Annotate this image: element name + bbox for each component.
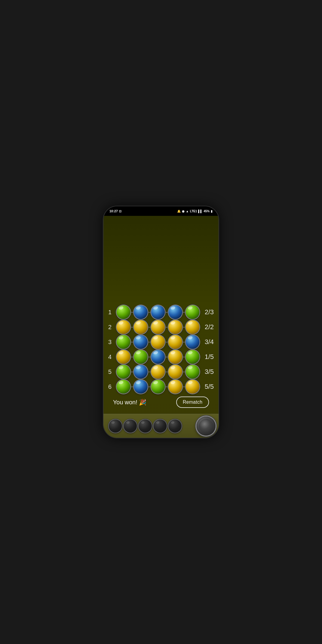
orb-highlight [188,351,193,355]
orb-highlight [170,321,176,325]
orb-highlight [136,306,141,310]
game-row-4: 41/5 [108,350,214,364]
orb-0-1[interactable] [134,305,148,319]
orb-2-0[interactable] [117,335,130,349]
orb-4-4[interactable] [186,365,199,379]
orb-3-1[interactable] [134,350,148,364]
orb-5-2[interactable] [151,380,165,394]
connector-2-2 [148,342,151,343]
orb-highlight [153,321,158,325]
orb-3-3[interactable] [168,350,182,364]
status-bar: 10:27 ⊡ 🔔 ◉ ▲ LTE1 ▌▌ 45% ▮ [103,206,219,216]
status-right: 🔔 ◉ ▲ LTE1 ▌▌ 45% ▮ [177,210,213,213]
orb-ball-blue [134,365,148,379]
orb-ball-yellow [151,335,165,349]
row-score-6: 5/5 [199,383,214,391]
orb-ball-blue [134,380,148,394]
orb-2-4[interactable] [186,335,199,349]
battery-percent: 45% [204,210,210,213]
orb-ball-yellow [168,335,182,349]
game-row-3: 33/4 [108,335,214,349]
orb-0-4[interactable] [186,305,199,319]
row-score-4: 1/5 [199,353,214,361]
tray-orb-4[interactable] [168,419,182,433]
row-number-4: 4 [108,354,117,360]
orb-3-0[interactable] [117,350,130,364]
input-tray [103,414,219,438]
orb-3-4[interactable] [186,350,199,364]
orb-1-1[interactable] [134,320,148,334]
tray-dial[interactable] [196,417,216,436]
orb-1-2[interactable] [151,320,165,334]
orbs-line-2 [117,320,199,334]
orb-3-2[interactable] [151,350,165,364]
orb-highlight [153,351,158,355]
orb-highlight [136,380,141,385]
connector-1-2 [148,327,151,328]
activity-icon: ⊡ [119,210,121,213]
orb-1-4[interactable] [186,320,199,334]
orb-ball-green [151,380,165,394]
orb-ball-green [134,350,148,364]
connector-3-1 [130,357,134,357]
orb-4-0[interactable] [117,365,130,379]
orb-2-2[interactable] [151,335,165,349]
orb-2-1[interactable] [134,335,148,349]
orb-ball-green [117,305,130,319]
orb-ball-blue [151,350,165,364]
orb-highlight [136,351,141,355]
orbs-line-1 [117,305,199,319]
orbs-line-3 [117,335,199,349]
time-display: 10:27 [109,209,118,213]
orb-highlight [153,366,158,370]
connector-2-1 [130,342,134,343]
orb-4-1[interactable] [134,365,148,379]
orb-0-2[interactable] [151,305,165,319]
connector-0-1 [130,312,134,313]
orb-highlight [153,380,158,385]
orb-highlight [170,336,176,340]
orb-4-2[interactable] [151,365,165,379]
orb-ball-yellow [186,380,199,394]
orb-highlight [118,306,124,310]
orb-highlight [153,336,158,340]
orb-1-0[interactable] [117,320,130,334]
row-score-3: 3/4 [199,338,214,346]
game-row-6: 65/5 [108,380,214,394]
orb-highlight [170,366,176,370]
orb-5-0[interactable] [117,380,130,394]
orb-1-3[interactable] [168,320,182,334]
orbs-line-5 [117,365,199,379]
tray-orb-1[interactable] [124,419,137,433]
row-number-2: 2 [108,324,117,331]
orb-ball-green [186,365,199,379]
connector-4-4 [182,371,186,372]
orb-highlight [170,306,176,310]
orb-5-4[interactable] [186,380,199,394]
orb-ball-yellow [151,320,165,334]
orb-5-1[interactable] [134,380,148,394]
connector-5-4 [182,386,186,387]
orb-ball-green [117,380,130,394]
rematch-button[interactable]: Rematch [176,397,209,408]
signal-icon: ▌▌ [198,210,202,213]
battery-icon: ▮ [211,210,213,213]
orb-highlight [118,380,124,385]
connector-0-2 [148,312,151,313]
orb-0-0[interactable] [117,305,130,319]
connector-1-3 [165,327,168,328]
game-row-2: 22/2 [108,320,214,334]
game-screen: 12/322/233/441/553/565/5 You won! 🎉 Rema… [103,216,219,438]
orb-0-3[interactable] [168,305,182,319]
connector-3-2 [148,357,151,357]
orb-2-3[interactable] [168,335,182,349]
tray-orb-3[interactable] [154,419,167,433]
tray-orb-0[interactable] [109,419,122,433]
orb-5-3[interactable] [168,380,182,394]
connector-2-4 [182,342,186,343]
orb-ball-blue [186,335,199,349]
tray-orb-2[interactable] [139,419,152,433]
lte-icon: LTE1 [190,210,197,213]
orb-ball-blue [134,335,148,349]
orb-4-3[interactable] [168,365,182,379]
